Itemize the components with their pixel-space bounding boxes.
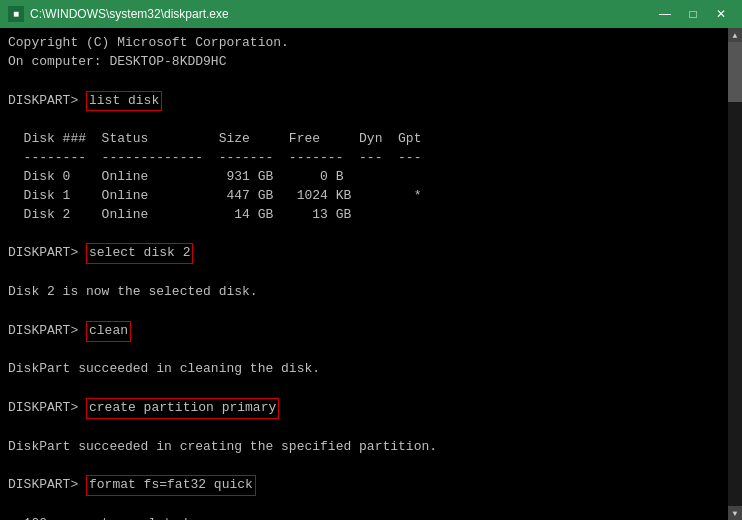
line-blank-2: [8, 111, 720, 130]
line-blank-1: [8, 72, 720, 91]
line-blank-4: [8, 264, 720, 283]
line-blank-6: [8, 342, 720, 361]
line-format-progress: 100 percent completed: [8, 515, 720, 520]
line-cmd3: DISKPART> clean: [8, 321, 720, 342]
table-sep: -------- ------------- ------- ------- -…: [8, 149, 720, 168]
cmd-select-disk: select disk 2: [86, 243, 193, 264]
table-header: Disk ### Status Size Free Dyn Gpt: [8, 130, 720, 149]
line-clean-result: DiskPart succeeded in cleaning the disk.: [8, 360, 720, 379]
line-cmd4: DISKPART> create partition primary: [8, 398, 720, 419]
scroll-thumb[interactable]: [728, 42, 742, 102]
line-blank-3: [8, 224, 720, 243]
prompt-2: DISKPART>: [8, 245, 86, 260]
line-copyright: Copyright (C) Microsoft Corporation.: [8, 34, 720, 53]
line-blank-7: [8, 379, 720, 398]
app-icon: ■: [8, 6, 24, 22]
window-controls: — □ ✕: [652, 4, 734, 24]
prompt-3: DISKPART>: [8, 323, 86, 338]
close-button[interactable]: ✕: [708, 4, 734, 24]
line-create-result: DiskPart succeeded in creating the speci…: [8, 438, 720, 457]
line-cmd1: DISKPART> list disk: [8, 91, 720, 112]
cmd-create-partition: create partition primary: [86, 398, 279, 419]
title-bar: ■ C:\WINDOWS\system32\diskpart.exe — □ ✕: [0, 0, 742, 28]
maximize-button[interactable]: □: [680, 4, 706, 24]
prompt-5: DISKPART>: [8, 477, 86, 492]
line-blank-9: [8, 457, 720, 476]
line-blank-5: [8, 302, 720, 321]
content-wrapper: Copyright (C) Microsoft Corporation. On …: [0, 28, 742, 520]
table-disk1: Disk 1 Online 447 GB 1024 KB *: [8, 187, 720, 206]
minimize-button[interactable]: —: [652, 4, 678, 24]
terminal[interactable]: Copyright (C) Microsoft Corporation. On …: [0, 28, 728, 520]
line-cmd5: DISKPART> format fs=fat32 quick: [8, 475, 720, 496]
scroll-track[interactable]: [728, 42, 742, 506]
line-blank-8: [8, 419, 720, 438]
prompt-1: DISKPART>: [8, 93, 86, 108]
window: ■ C:\WINDOWS\system32\diskpart.exe — □ ✕…: [0, 0, 742, 520]
line-computer: On computer: DESKTOP-8KDD9HC: [8, 53, 720, 72]
prompt-4: DISKPART>: [8, 400, 86, 415]
title-bar-left: ■ C:\WINDOWS\system32\diskpart.exe: [8, 6, 229, 22]
window-title: C:\WINDOWS\system32\diskpart.exe: [30, 7, 229, 21]
scroll-down-arrow[interactable]: ▼: [728, 506, 742, 520]
scroll-up-arrow[interactable]: ▲: [728, 28, 742, 42]
table-disk0: Disk 0 Online 931 GB 0 B: [8, 168, 720, 187]
scrollbar[interactable]: ▲ ▼: [728, 28, 742, 520]
line-cmd2: DISKPART> select disk 2: [8, 243, 720, 264]
line-blank-10: [8, 496, 720, 515]
cmd-format: format fs=fat32 quick: [86, 475, 256, 496]
cmd-list-disk: list disk: [86, 91, 162, 112]
line-select-result: Disk 2 is now the selected disk.: [8, 283, 720, 302]
table-disk2: Disk 2 Online 14 GB 13 GB: [8, 206, 720, 225]
cmd-clean: clean: [86, 321, 131, 342]
